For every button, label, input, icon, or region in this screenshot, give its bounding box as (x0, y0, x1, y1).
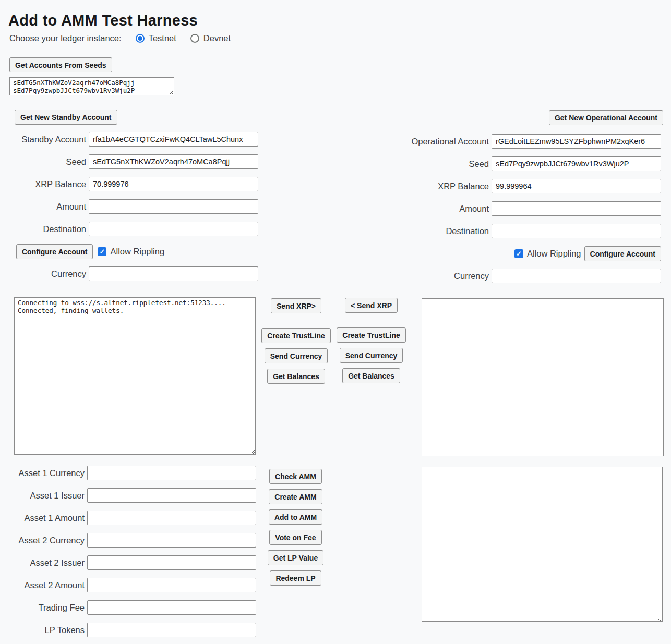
asset2-issuer-label: Asset 2 Issuer (0, 558, 87, 568)
standby-account-field[interactable] (89, 132, 258, 147)
standby-configure-account-button[interactable]: Configure Account (16, 244, 93, 259)
operational-amount-field[interactable] (492, 201, 661, 216)
lp-tokens-row: LP Tokens (0, 623, 256, 637)
standby-amount-label: Amount (0, 202, 89, 212)
operational-form: Operational Account Seed XRP Balance Amo… (400, 134, 661, 291)
asset2-amount-label: Asset 2 Amount (0, 580, 87, 590)
trading-fee-label: Trading Fee (0, 603, 87, 613)
operational-currency-label: Currency (454, 271, 492, 281)
radio-unselected-icon[interactable] (190, 34, 199, 43)
radio-devnet-label: Devnet (203, 33, 231, 43)
standby-send-currency-button[interactable]: Send Currency (265, 348, 328, 363)
operational-actions-column: < Send XRP Create TrustLine Send Currenc… (339, 298, 404, 388)
amm-form: Asset 1 Currency Asset 1 Issuer Asset 1 … (0, 466, 256, 644)
radio-devnet[interactable]: Devnet (190, 33, 231, 43)
operational-configure-row: Allow Rippling Configure Account (400, 246, 661, 261)
standby-account-label: Standby Account (0, 135, 89, 144)
asset2-issuer-row: Asset 2 Issuer (0, 555, 256, 570)
standby-seed-label: Seed (0, 157, 89, 167)
asset2-currency-label: Asset 2 Currency (0, 536, 87, 545)
operational-xrp-balance-row: XRP Balance (400, 179, 661, 193)
operational-seed-label: Seed (469, 159, 492, 169)
amm-results-textarea[interactable] (422, 467, 663, 622)
asset1-currency-field[interactable] (87, 466, 256, 480)
operational-account-row: Operational Account (400, 134, 661, 149)
operational-allow-rippling-checkbox[interactable] (514, 249, 523, 258)
standby-results-textarea[interactable] (14, 297, 256, 455)
radio-selected-icon[interactable] (136, 34, 145, 43)
radio-testnet-label: Testnet (149, 33, 176, 43)
standby-xrp-balance-label: XRP Balance (0, 179, 89, 189)
asset1-currency-row: Asset 1 Currency (0, 466, 256, 480)
send-xrp-to-standby-button[interactable]: < Send XRP (345, 298, 398, 313)
standby-get-balances-button[interactable]: Get Balances (267, 369, 325, 384)
operational-account-label: Operational Account (411, 137, 492, 147)
amm-actions-column: Check AMM Create AMM Add to AMM Vote on … (263, 469, 328, 591)
operational-amount-row: Amount (400, 201, 661, 216)
operational-create-trustline-button[interactable]: Create TrustLine (337, 327, 405, 343)
operational-configure-account-button[interactable]: Configure Account (584, 246, 661, 261)
radio-testnet[interactable]: Testnet (136, 33, 176, 43)
amm-test-harness-page: Add to AMM Test Harness Choose your ledg… (0, 0, 671, 644)
standby-actions-column: Send XRP> Create TrustLine Send Currency… (263, 298, 329, 389)
operational-seed-row: Seed (400, 156, 661, 171)
asset2-amount-row: Asset 2 Amount (0, 578, 256, 592)
asset1-issuer-field[interactable] (87, 488, 256, 503)
send-xrp-to-operational-button[interactable]: Send XRP> (271, 298, 321, 313)
standby-destination-field[interactable] (89, 222, 258, 236)
standby-form: Standby Account Seed XRP Balance Amount … (0, 132, 258, 289)
page-title: Add to AMM Test Harness (8, 12, 198, 29)
asset1-amount-label: Asset 1 Amount (0, 513, 87, 523)
ledger-instance-label: Choose your ledger instance: (9, 33, 122, 43)
get-accounts-from-seeds-button[interactable]: Get Accounts From Seeds (9, 57, 112, 72)
asset2-issuer-field[interactable] (87, 555, 256, 570)
get-lp-value-button[interactable]: Get LP Value (268, 550, 323, 565)
standby-destination-row: Destination (0, 222, 258, 236)
operational-seed-field[interactable] (492, 156, 661, 171)
standby-allow-rippling-checkbox[interactable] (98, 247, 106, 256)
standby-allow-rippling-label: Allow Rippling (110, 247, 164, 257)
standby-amount-row: Amount (0, 199, 258, 214)
add-to-amm-button[interactable]: Add to AMM (269, 509, 322, 525)
standby-xrp-balance-field[interactable] (89, 177, 258, 191)
operational-allow-rippling-label: Allow Rippling (527, 249, 581, 259)
trading-fee-row: Trading Fee (0, 600, 256, 615)
check-amm-button[interactable]: Check AMM (269, 469, 322, 484)
standby-currency-field[interactable] (89, 266, 258, 281)
operational-destination-row: Destination (400, 224, 661, 238)
operational-currency-row: Currency (400, 269, 661, 283)
operational-destination-field[interactable] (492, 224, 661, 238)
asset1-issuer-row: Asset 1 Issuer (0, 488, 256, 503)
standby-currency-row: Currency (0, 266, 258, 281)
asset2-currency-row: Asset 2 Currency (0, 533, 256, 548)
asset1-currency-label: Asset 1 Currency (0, 468, 87, 478)
vote-on-fee-button[interactable]: Vote on Fee (269, 530, 321, 545)
operational-results-textarea[interactable] (422, 298, 664, 456)
standby-destination-label: Destination (0, 224, 89, 234)
trading-fee-field[interactable] (87, 600, 256, 615)
operational-send-currency-button[interactable]: Send Currency (340, 348, 403, 363)
standby-seed-field[interactable] (89, 154, 258, 169)
lp-tokens-field[interactable] (87, 623, 256, 637)
standby-configure-row: Configure Account Allow Rippling (0, 244, 258, 259)
asset2-currency-field[interactable] (87, 533, 256, 548)
operational-account-field[interactable] (492, 134, 661, 149)
standby-amount-field[interactable] (89, 199, 258, 214)
asset1-amount-field[interactable] (87, 511, 256, 525)
redeem-lp-button[interactable]: Redeem LP (270, 570, 321, 586)
operational-amount-label: Amount (459, 204, 492, 214)
asset1-issuer-label: Asset 1 Issuer (0, 491, 87, 501)
lp-tokens-label: LP Tokens (0, 625, 87, 635)
get-new-standby-account-button[interactable]: Get New Standby Account (15, 110, 117, 125)
standby-currency-label: Currency (0, 269, 89, 279)
get-new-operational-account-button[interactable]: Get New Operational Account (549, 110, 663, 125)
seeds-textarea[interactable] (9, 77, 174, 95)
standby-seed-row: Seed (0, 154, 258, 169)
asset2-amount-field[interactable] (87, 578, 256, 592)
standby-create-trustline-button[interactable]: Create TrustLine (261, 328, 330, 343)
operational-currency-field[interactable] (492, 269, 661, 283)
operational-xrp-balance-field[interactable] (492, 179, 661, 193)
operational-get-balances-button[interactable]: Get Balances (342, 368, 400, 383)
standby-account-row: Standby Account (0, 132, 258, 147)
create-amm-button[interactable]: Create AMM (269, 489, 322, 504)
